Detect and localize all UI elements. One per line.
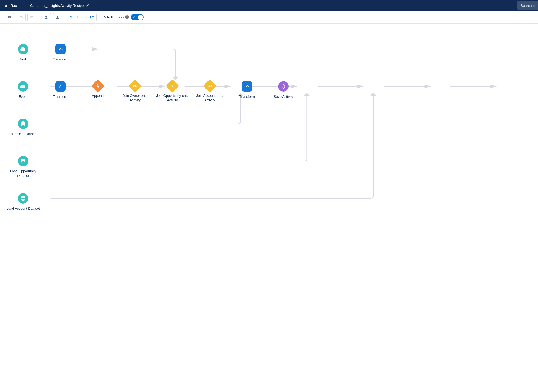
edges-layer	[0, 24, 538, 231]
join-icon	[203, 79, 217, 93]
app-header: Recipe Customer_Insights Activity Recipe…	[0, 0, 538, 11]
node-save-activity[interactable]: Save Activity	[265, 81, 302, 99]
join-icon	[166, 79, 179, 93]
edit-icon[interactable]	[86, 4, 89, 8]
feedback-button[interactable]: Got Feedback?	[67, 13, 97, 21]
wand-icon	[55, 81, 66, 92]
node-join-opportunity[interactable]: Join Opportunity onto Activity	[154, 81, 191, 103]
node-transform-task[interactable]: Transform	[42, 44, 79, 62]
node-join-owner[interactable]: Join Owner onto Activity	[116, 81, 154, 103]
node-transform-final[interactable]: Transform	[228, 81, 266, 99]
search-input[interactable]: Search n	[517, 1, 538, 10]
cloud-icon	[18, 81, 28, 92]
append-icon	[91, 79, 105, 93]
data-preview-toggle[interactable]: ✓	[131, 14, 144, 20]
data-preview-label: Data Preview i	[103, 15, 129, 19]
node-event[interactable]: Event	[4, 81, 42, 99]
undo-button[interactable]	[16, 13, 25, 21]
hexagon-icon	[278, 81, 289, 92]
download-button[interactable]	[53, 13, 62, 21]
node-join-account[interactable]: Join Account onto Activity	[191, 81, 229, 103]
wand-icon	[242, 81, 252, 92]
join-icon	[128, 79, 142, 93]
node-load-opportunity[interactable]: Load Opportunity Dataset	[4, 156, 42, 178]
recipe-title-section: Customer_Insights Activity Recipe	[26, 0, 94, 11]
recipe-title: Customer_Insights Activity Recipe	[30, 4, 84, 8]
toolbar: Got Feedback? Data Preview i ✓	[0, 11, 538, 24]
recipe-type-label: Recipe	[10, 4, 22, 8]
node-append[interactable]: Append	[79, 81, 117, 98]
upload-button[interactable]	[42, 13, 51, 21]
info-icon[interactable]: i	[125, 15, 129, 19]
database-icon	[18, 193, 28, 204]
cloud-icon	[18, 44, 28, 54]
check-icon: ✓	[132, 15, 135, 19]
database-icon	[18, 119, 28, 129]
database-icon	[18, 156, 28, 166]
flask-icon	[4, 3, 8, 8]
redo-button[interactable]	[27, 13, 37, 21]
node-transform-event[interactable]: Transform	[42, 81, 79, 99]
wand-icon	[55, 44, 66, 54]
node-load-user[interactable]: Load User Dataset	[4, 119, 42, 136]
recipe-type: Recipe	[0, 0, 26, 11]
node-load-account[interactable]: Load Account Dataset	[4, 193, 42, 211]
add-data-button[interactable]	[5, 13, 14, 21]
recipe-canvas[interactable]: Task Transform Event Transform Append Jo…	[0, 24, 538, 231]
node-task[interactable]: Task	[4, 44, 42, 62]
search-placeholder: Search n	[520, 4, 535, 8]
